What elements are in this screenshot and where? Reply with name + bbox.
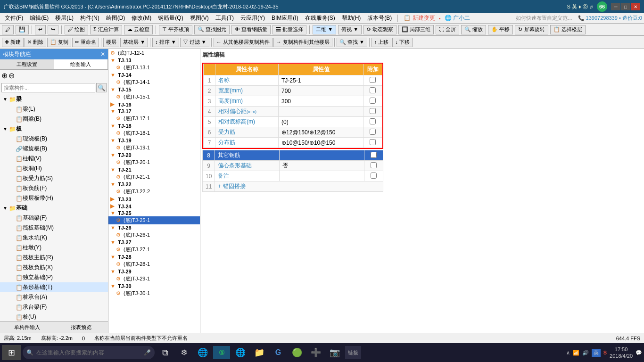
comp-item-tj16[interactable]: ▶ TJ-16 (108, 101, 200, 108)
tree-node-ctliang[interactable]: 📋 承台梁(F) (0, 302, 108, 312)
comp-item-tj14[interactable]: ▼ TJ-14 (108, 72, 200, 78)
prop-add[interactable] (364, 150, 383, 161)
tree-node-jichu[interactable]: ▼ 📁 基础 (0, 203, 108, 213)
menu-draw[interactable]: 绘图(D) (103, 13, 128, 23)
tree-node-zhutai[interactable]: 📋 桩承台(A) (0, 292, 108, 302)
ct-down[interactable]: ↓ 下移 (392, 38, 413, 47)
tree-node-xianzhu[interactable]: 📋 现浇板(B) (0, 134, 108, 144)
tree-node-faban[interactable]: 📋 筏板基础(M) (0, 223, 108, 233)
tb-align-top[interactable]: ⊤ 平齐板顶 (159, 25, 192, 34)
expand-icon[interactable]: ▼ (2, 126, 8, 132)
prop-add[interactable] (363, 75, 382, 86)
prop-add[interactable] (363, 86, 382, 96)
tree-node-liang[interactable]: ▼ 📁 梁 (0, 94, 108, 104)
tree-search-input[interactable] (1, 83, 95, 92)
comp-item-tj27-1[interactable]: ⚙ (底)TJ-27-1 (108, 246, 200, 254)
prop-add[interactable] (364, 161, 383, 171)
tb-topview[interactable]: 俯视 ▼ (338, 25, 362, 34)
menu-comp[interactable]: 构件(N) (77, 13, 102, 23)
ct-copy-from[interactable]: ← 从其他楼层复制构件 (214, 38, 272, 47)
menu-view[interactable]: 视图(V) (187, 13, 212, 23)
comp-item-tj20[interactable]: ▼ TJ-20 (108, 152, 200, 158)
comp-item-tj26[interactable]: ▼ TJ-26 (108, 224, 200, 231)
tree-node-liang-l[interactable]: 📋 梁(L) (0, 104, 108, 114)
comp-item-tj17[interactable]: ▼ TJ-17 (108, 108, 200, 115)
comp-item-tj12-1[interactable]: ⚙ (底)TJ-12-1 (108, 49, 200, 57)
tb-local3d[interactable]: 🔲 局部三维 (398, 25, 434, 34)
tree-node-bandong[interactable]: 📋 板洞(H) (0, 164, 108, 173)
win-controls[interactable]: ─ □ ✕ (611, 3, 640, 10)
taskbar-icon-camera[interactable]: 📷 (326, 345, 343, 360)
prop-value[interactable] (280, 150, 364, 161)
menu-bim[interactable]: BIM应用(I) (269, 13, 301, 23)
comp-item-tj25[interactable]: ▼ TJ-25 (108, 210, 200, 216)
comp-item-tj26-1[interactable]: ⚙ (底)TJ-26-1 (108, 231, 200, 239)
tab-single-comp[interactable]: 单构件输入 (0, 322, 54, 333)
tree-node-banfujin[interactable]: 📋 板负筋(F) (0, 183, 108, 193)
taskbar-icon-fan[interactable]: ❄ (175, 345, 192, 360)
prop-add[interactable] (363, 96, 382, 107)
prop-add[interactable] (363, 138, 382, 148)
ct-copy-to[interactable]: → 复制构件到其他楼层 (273, 38, 332, 47)
comp-item-tj30[interactable]: ▼ TJ-30 (108, 283, 200, 289)
tb-batch-sel[interactable]: ☰ 批量选择 (272, 25, 306, 34)
comp-item-tj28[interactable]: ▼ TJ-28 (108, 254, 200, 260)
tb-pan[interactable]: ✋ 平移 (488, 25, 513, 34)
comp-item-tj18[interactable]: ▼ TJ-18 (108, 123, 200, 129)
tree-node-fbfujin[interactable]: 📋 筏板负筋(X) (0, 263, 108, 272)
comp-item-tj22-2[interactable]: ⚙ (底)TJ-22-2 (108, 188, 200, 196)
menu-tools[interactable]: 工具(T) (213, 13, 237, 23)
tab-draw-input[interactable]: 绘图输入 (54, 59, 108, 69)
prop-value[interactable] (279, 107, 363, 117)
prop-value[interactable]: 300 (279, 96, 363, 107)
menu-cloud[interactable]: 云应用(Y) (238, 13, 268, 23)
tb-2d[interactable]: 二维 ▼ (313, 25, 336, 34)
ct-del[interactable]: ✕ 删除 (25, 38, 46, 47)
panel-close[interactable]: ✕ (100, 51, 105, 58)
comp-item-tj29[interactable]: ▼ TJ-29 (108, 268, 200, 275)
close-button[interactable]: ✕ (631, 3, 640, 10)
ct-floor[interactable]: 楼层 (103, 38, 119, 47)
ct-copy[interactable]: 📋 复制 (47, 38, 71, 47)
tb-fullscreen[interactable]: ⛶ 全屏 (436, 25, 459, 34)
tree-node-banshoulijin[interactable]: 📋 板受力筋(S) (0, 173, 108, 183)
taskbar-icon-ie2[interactable]: 🌐 (232, 345, 249, 360)
ct-up[interactable]: ↑ 上移 (372, 38, 392, 47)
comp-item-tj19[interactable]: ▼ TJ-19 (108, 137, 200, 144)
ct-rename[interactable]: ✏ 重命名 (72, 38, 99, 47)
comp-item-tj15-1[interactable]: ⚙ (底)TJ-15-1 (108, 93, 200, 101)
tb-undo[interactable]: ↩ (35, 25, 46, 34)
tree-node-zhuang[interactable]: 📋 桩(U) (0, 312, 108, 321)
comp-item-tj15[interactable]: ▼ TJ-15 (108, 86, 200, 93)
taskbar-icon-taskview[interactable]: ⧉ (157, 345, 173, 360)
tree-node-luoxuan[interactable]: 🔗 螺旋板(B) (0, 144, 108, 154)
menu-rebar[interactable]: 钢筋量(Q) (155, 13, 186, 23)
ct-base-floor[interactable]: 基础层 ▼ (120, 38, 148, 47)
tb-cloud-check[interactable]: ☁ 云检查 (124, 25, 153, 34)
tree-search-button[interactable]: 🔍 (96, 83, 107, 92)
tray-notice-icon[interactable]: 💬 (636, 350, 642, 356)
ct-sort[interactable]: ↕ 排序 ▼ (152, 38, 179, 47)
comp-item-tj19-1[interactable]: ⚙ (底)TJ-19-1 (108, 144, 200, 152)
menu-floor[interactable]: 楼层(L) (52, 13, 76, 23)
tb-save[interactable]: 💾 (16, 25, 29, 34)
prop-value[interactable]: ⊕12@150/⊕12@150 (279, 127, 363, 138)
comp-item-tj18-1[interactable]: ⚙ (底)TJ-18-1 (108, 129, 200, 137)
tb-dynamic[interactable]: ⟳ 动态观察 (363, 25, 396, 34)
tb-draw[interactable]: 🖊 绘图 (65, 25, 88, 34)
tree-add-btn[interactable]: ⊕ (1, 71, 8, 80)
comp-item-tj20-1[interactable]: ⚙ (底)TJ-20-1 (108, 158, 200, 166)
tree-node-zhumao[interactable]: 📋 柱帽(V) (0, 154, 108, 164)
tb-calc[interactable]: Σ 汇总计算 (90, 25, 122, 34)
menu-file[interactable]: 文件(F) (2, 13, 26, 23)
tb-view-rebar[interactable]: 👁 查看钢筋量 (231, 25, 271, 34)
tree-node-jishui[interactable]: 📋 集水坑(K) (0, 233, 108, 243)
prop-value[interactable] (280, 171, 364, 181)
comp-item-tj29-1[interactable]: ⚙ (底)TJ-29-1 (108, 275, 200, 283)
tb-rotate[interactable]: ↻ 屏幕旋转 (515, 25, 548, 34)
menu-edit[interactable]: 编辑(E) (27, 13, 51, 23)
prop-value[interactable]: (0) (279, 117, 363, 127)
expand-icon[interactable]: ▼ (2, 97, 8, 102)
menu-help[interactable]: 帮助(H) (339, 13, 364, 23)
comp-item-tj24[interactable]: ▶ TJ-24 (108, 203, 200, 210)
